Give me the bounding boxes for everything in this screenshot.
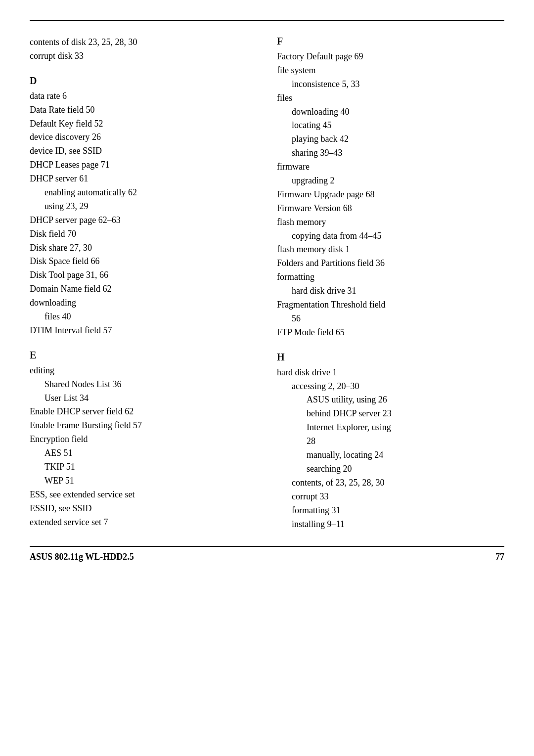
list-item: flash memory disk 1 [277,243,504,257]
list-item: Enable Frame Bursting field 57 [30,419,257,433]
list-item: searching 20 [277,462,504,476]
section-h-entries: hard disk drive 1 accessing 2, 20–30 ASU… [277,366,504,532]
list-item: upgrading 2 [277,174,504,188]
list-item: Disk share 27, 30 [30,241,257,255]
list-item: Internet Explorer, using [277,421,504,435]
list-item: hard disk drive 1 [277,366,504,380]
footer-title: ASUS 802.11g WL-HDD2.5 [30,552,134,562]
list-item: installing 9–11 [277,518,504,532]
list-item: hard disk drive 31 [277,284,504,298]
list-item: using 23, 29 [30,200,257,214]
list-item: data rate 6 [30,89,257,103]
list-item: inconsistence 5, 33 [277,78,504,91]
content-columns: contents of disk 23, 25, 28, 30 corrupt … [30,36,504,531]
list-item: behind DHCP server 23 [277,407,504,421]
pre-d-text-1: contents of disk 23, 25, 28, 30 [30,37,137,47]
list-item: Disk field 70 [30,227,257,241]
list-item: TKIP 51 [30,460,257,474]
list-item: manually, locating 24 [277,448,504,462]
list-item: WEP 51 [30,474,257,488]
list-item: playing back 42 [277,133,504,146]
list-item: User List 34 [30,392,257,405]
list-item: Disk Space field 66 [30,255,257,268]
list-item: Fragmentation Threshold field [277,298,504,312]
list-item: AES 51 [30,446,257,460]
list-item: Domain Name field 62 [30,282,257,296]
list-item: locating 45 [277,119,504,133]
list-item: extended service set 7 [30,516,257,530]
list-item: ESSID, see SSID [30,502,257,516]
list-item: corrupt 33 [277,490,504,504]
list-item: enabling automatically 62 [30,186,257,200]
list-item: DHCP Leases page 71 [30,158,257,172]
list-item: Enable DHCP server field 62 [30,405,257,419]
list-item: accessing 2, 20–30 [277,380,504,394]
list-item: DTIM Interval field 57 [30,324,257,338]
pre-d-entry-2: corrupt disk 33 [30,49,257,63]
list-item: Firmware Version 68 [277,202,504,216]
list-item: formatting [277,270,504,284]
top-rule [30,20,504,21]
list-item: Shared Nodes List 36 [30,378,257,392]
list-item: downloading [30,296,257,310]
list-item: Folders and Partitions field 36 [277,257,504,270]
list-item: 28 [277,435,504,448]
section-d-entries: data rate 6 Data Rate field 50 Default K… [30,89,257,338]
list-item: flash memory [277,216,504,229]
footer-page: 77 [495,552,504,562]
list-item: file system [277,64,504,78]
footer: ASUS 802.11g WL-HDD2.5 77 [30,552,504,562]
section-f-entries: Factory Default page 69 file system inco… [277,50,504,340]
section-header-e: E [30,350,257,361]
list-item: device discovery 26 [30,131,257,144]
pre-d-text-2: corrupt disk 33 [30,51,84,61]
list-item: 56 [277,312,504,326]
list-item: Factory Default page 69 [277,50,504,64]
list-item: formatting 31 [277,504,504,518]
list-item: contents, of 23, 25, 28, 30 [277,476,504,490]
pre-d-entry-1: contents of disk 23, 25, 28, 30 [30,36,257,49]
list-item: Data Rate field 50 [30,103,257,117]
list-item: copying data from 44–45 [277,229,504,243]
list-item: downloading 40 [277,105,504,119]
list-item: device ID, see SSID [30,144,257,158]
list-item: DHCP server page 62–63 [30,214,257,227]
page-container: contents of disk 23, 25, 28, 30 corrupt … [0,0,534,756]
list-item: Encryption field [30,433,257,446]
list-item: sharing 39–43 [277,146,504,160]
section-header-f: F [277,36,504,47]
list-item: ESS, see extended service set [30,488,257,502]
right-column: F Factory Default page 69 file system in… [277,36,504,531]
list-item: Default Key field 52 [30,117,257,131]
list-item: DHCP server 61 [30,172,257,186]
left-column: contents of disk 23, 25, 28, 30 corrupt … [30,36,257,531]
list-item: files 40 [30,310,257,324]
list-item: firmware [277,160,504,174]
list-item: ASUS utility, using 26 [277,393,504,407]
section-e-entries: editing Shared Nodes List 36 User List 3… [30,364,257,530]
section-header-h: H [277,352,504,363]
list-item: editing [30,364,257,378]
list-item: Firmware Upgrade page 68 [277,188,504,202]
list-item: files [277,91,504,105]
section-header-d: D [30,75,257,87]
bottom-rule [30,546,504,547]
list-item: FTP Mode field 65 [277,326,504,340]
list-item: Disk Tool page 31, 66 [30,268,257,282]
